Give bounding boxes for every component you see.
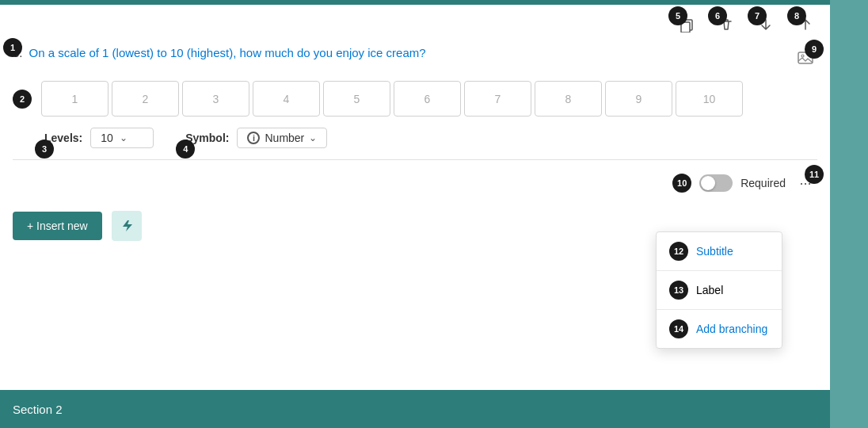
required-label: Required [740, 177, 786, 189]
question-text[interactable]: On a scale of 1 (lowest) to 10 (highest)… [29, 46, 794, 59]
info-icon: i [247, 132, 260, 144]
scale-btn-1[interactable]: 1 [41, 81, 108, 117]
section-label: Section 2 [13, 403, 63, 416]
move-down-icon[interactable]: 7 [754, 13, 778, 36]
scale-btn-2[interactable]: 2 [112, 81, 179, 117]
toolbar-row: 5 6 7 8 [0, 5, 830, 40]
move-up-icon[interactable]: 8 [794, 13, 817, 36]
scale-btn-3[interactable]: 3 [182, 81, 249, 117]
symbol-dropdown[interactable]: i Number ⌄ [237, 128, 327, 148]
badge-6: 6 [708, 6, 727, 25]
delete-icon[interactable]: 6 [714, 13, 738, 36]
required-toggle[interactable] [699, 174, 733, 192]
scale-btn-5[interactable]: 5 [323, 81, 390, 117]
insert-new-button[interactable]: + Insert new [13, 212, 102, 240]
add-branching-menu-item[interactable]: 14 Add branching [657, 310, 782, 348]
required-row: 10 Required 11 ··· [0, 165, 830, 201]
image-icon[interactable]: 9 [794, 46, 817, 70]
scale-btn-6[interactable]: 6 [394, 81, 461, 117]
levels-dropdown[interactable]: 10 ⌄ [90, 128, 154, 148]
badge-3: 3 [35, 139, 54, 159]
question-number: 1 3. [13, 46, 23, 59]
symbol-value: Number [265, 132, 304, 144]
levels-label: 3 Levels: [44, 132, 82, 144]
symbol-dropdown-arrow: ⌄ [309, 132, 317, 143]
badge-1: 1 [3, 38, 22, 57]
subtitle-menu-item[interactable]: 12 Subtitle [657, 232, 782, 270]
question-row: 1 3. On a scale of 1 (lowest) to 10 (hig… [0, 40, 830, 76]
main-container: 5 6 7 8 [0, 0, 868, 428]
content-area: 5 6 7 8 [0, 0, 830, 428]
dropdown-menu: 12 Subtitle 13 Label 14 Add branching [656, 231, 782, 349]
badge-4: 4 [176, 139, 195, 159]
subtitle-label: Subtitle [696, 245, 733, 258]
badge-10: 10 [672, 174, 691, 193]
badge-9: 9 [805, 40, 824, 59]
scale-btn-8[interactable]: 8 [535, 81, 602, 117]
badge-14: 14 [669, 319, 688, 338]
label-menu-item[interactable]: 13 Label [657, 271, 782, 309]
right-sidebar [830, 0, 868, 428]
scale-btn-9[interactable]: 9 [605, 81, 672, 117]
section-bar: Section 2 [0, 390, 830, 428]
scale-btn-10[interactable]: 10 [676, 81, 743, 117]
badge-12: 12 [669, 242, 688, 261]
label-item-text: Label [696, 284, 723, 296]
more-options-button[interactable]: 11 ··· [794, 171, 817, 195]
scale-row: 2 1 2 3 4 5 6 7 8 9 10 [0, 76, 830, 121]
svg-point-3 [801, 55, 804, 57]
divider [13, 159, 817, 160]
copy-icon[interactable]: 5 [675, 13, 699, 36]
badge-11: 11 [805, 165, 824, 184]
scale-btn-7[interactable]: 7 [464, 81, 531, 117]
badge-5: 5 [668, 6, 687, 25]
levels-dropdown-arrow: ⌄ [120, 132, 128, 143]
insert-new-label: + Insert new [27, 220, 88, 232]
scale-btn-4[interactable]: 4 [253, 81, 320, 117]
add-branching-label: Add branching [696, 323, 767, 335]
badge-8: 8 [787, 6, 806, 25]
levels-row: 3 Levels: 10 ⌄ 4 Symbol: i Number ⌄ [0, 121, 830, 155]
badge-13: 13 [669, 281, 688, 300]
badge-7: 7 [748, 6, 767, 25]
symbol-label: 4 Symbol: [185, 132, 229, 144]
levels-value: 10 [101, 132, 113, 144]
lightning-button[interactable] [112, 211, 142, 241]
badge-2: 2 [13, 90, 32, 109]
toggle-knob [701, 176, 715, 190]
